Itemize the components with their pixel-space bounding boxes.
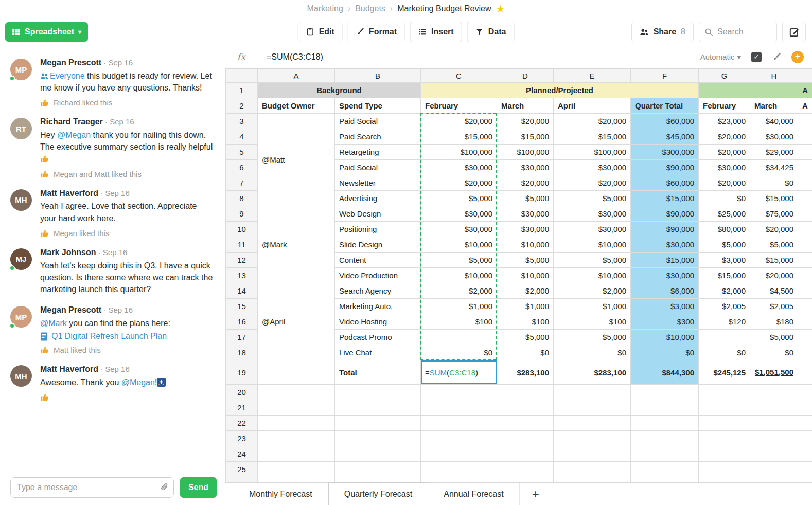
cell[interactable] [699, 400, 750, 416]
column-header-F[interactable]: F [631, 69, 699, 83]
row-header[interactable]: 26 [226, 477, 258, 483]
cell[interactable]: $0 [421, 345, 497, 360]
cell[interactable]: $100,000 [421, 145, 497, 160]
cell[interactable] [750, 400, 798, 416]
cell[interactable] [750, 477, 798, 483]
cell[interactable] [798, 129, 812, 145]
cell[interactable]: $3,000 [631, 299, 699, 314]
attachment-link[interactable]: Q1 Digital Refresh Launch Plan [40, 332, 215, 341]
cell[interactable] [554, 477, 631, 483]
cell[interactable] [335, 446, 421, 462]
star-icon[interactable]: ★ [496, 4, 505, 14]
row-header[interactable]: 8 [226, 191, 258, 206]
row-header[interactable]: 12 [226, 252, 258, 268]
add-sheet-button[interactable]: + [520, 483, 552, 505]
cell[interactable]: $0 [631, 345, 699, 360]
cell[interactable] [631, 431, 699, 446]
cell[interactable]: $60,000 [631, 114, 699, 129]
cell[interactable] [335, 477, 421, 483]
cell[interactable] [335, 385, 421, 400]
cell[interactable] [750, 446, 798, 462]
cell[interactable] [798, 446, 812, 462]
cell[interactable] [798, 431, 812, 446]
row-header[interactable]: 13 [226, 268, 258, 283]
cell[interactable] [798, 191, 812, 206]
cell[interactable]: $30,000 [421, 222, 497, 237]
cell[interactable] [258, 462, 335, 477]
cell[interactable]: $34,425 [750, 160, 798, 175]
column-header-cut[interactable] [798, 69, 812, 83]
cell[interactable] [798, 114, 812, 129]
cell[interactable] [798, 252, 812, 268]
spend-type-cell[interactable]: Web Design [335, 206, 421, 222]
cell[interactable] [699, 462, 750, 477]
cell[interactable]: $30,000 [631, 237, 699, 252]
column-header-C[interactable]: C [421, 69, 497, 83]
cell[interactable] [798, 345, 812, 360]
cell[interactable] [258, 385, 335, 400]
row-header[interactable]: 17 [226, 330, 258, 345]
sheet-tab-monthly-forecast[interactable]: Monthly Forecast [234, 483, 328, 505]
column-header-B[interactable]: B [335, 69, 421, 83]
formula-input[interactable]: =SUM(C3:C18) [257, 52, 700, 62]
edit-button[interactable]: Edit [298, 22, 343, 42]
cell[interactable]: $300 [631, 314, 699, 330]
cell[interactable] [421, 385, 497, 400]
cell[interactable]: $15,000 [750, 191, 798, 206]
cell[interactable] [497, 462, 554, 477]
cell[interactable]: $29,000 [750, 145, 798, 160]
spend-type-cell[interactable]: Newsletter [335, 175, 421, 191]
cell[interactable]: $30,000 [699, 160, 750, 175]
cell[interactable]: $20,000 [750, 268, 798, 283]
cell[interactable] [699, 446, 750, 462]
cell[interactable]: $40,000 [750, 114, 798, 129]
cell[interactable] [750, 462, 798, 477]
row-header[interactable]: 6 [226, 160, 258, 175]
cell[interactable]: $15,000 [699, 268, 750, 283]
spend-type-cell[interactable]: Content [335, 252, 421, 268]
cell[interactable] [798, 222, 812, 237]
cell[interactable]: $15,000 [750, 252, 798, 268]
cell[interactable] [798, 160, 812, 175]
cell[interactable] [497, 431, 554, 446]
cell[interactable] [497, 385, 554, 400]
header-cell[interactable]: Spend Type [335, 98, 421, 114]
insert-button[interactable]: Insert [410, 22, 462, 42]
cell[interactable]: $20,000 [497, 114, 554, 129]
spend-type-cell[interactable]: Paid Social [335, 114, 421, 129]
cell[interactable] [258, 360, 335, 385]
column-header-A[interactable]: A [258, 69, 335, 83]
cell[interactable]: $283,100 [554, 360, 631, 385]
spend-type-cell[interactable]: Live Chat [335, 345, 421, 360]
cell[interactable]: $30,000 [497, 206, 554, 222]
cell[interactable]: $5,000 [750, 330, 798, 345]
cell[interactable] [421, 431, 497, 446]
cell[interactable]: $20,000 [421, 114, 497, 129]
cell[interactable] [497, 477, 554, 483]
cell[interactable] [421, 330, 497, 345]
brush-icon[interactable] [772, 52, 781, 62]
mention[interactable]: @Megan [121, 378, 155, 387]
cell[interactable]: $90,000 [631, 160, 699, 175]
row-header[interactable]: 22 [226, 416, 258, 431]
cell[interactable]: $30,000 [554, 206, 631, 222]
spend-type-cell[interactable]: Video Hosting [335, 314, 421, 330]
column-header-G[interactable]: G [699, 69, 750, 83]
cell[interactable]: $15,000 [631, 252, 699, 268]
cell[interactable]: $1,000 [421, 299, 497, 314]
cell[interactable] [497, 400, 554, 416]
cell[interactable] [421, 477, 497, 483]
spend-type-cell[interactable]: Paid Social [335, 160, 421, 175]
cell[interactable] [798, 416, 812, 431]
cell[interactable] [554, 431, 631, 446]
cell[interactable]: $120 [699, 314, 750, 330]
cell[interactable]: $23,000 [699, 114, 750, 129]
cell[interactable]: $5,000 [699, 237, 750, 252]
cell[interactable]: $15,000 [631, 191, 699, 206]
spend-type-cell[interactable]: Search Agency [335, 283, 421, 299]
row-header[interactable]: 14 [226, 283, 258, 299]
cell[interactable]: $3,000 [699, 252, 750, 268]
cell[interactable]: $2,000 [421, 283, 497, 299]
cell[interactable]: $60,000 [631, 175, 699, 191]
cell[interactable] [554, 462, 631, 477]
